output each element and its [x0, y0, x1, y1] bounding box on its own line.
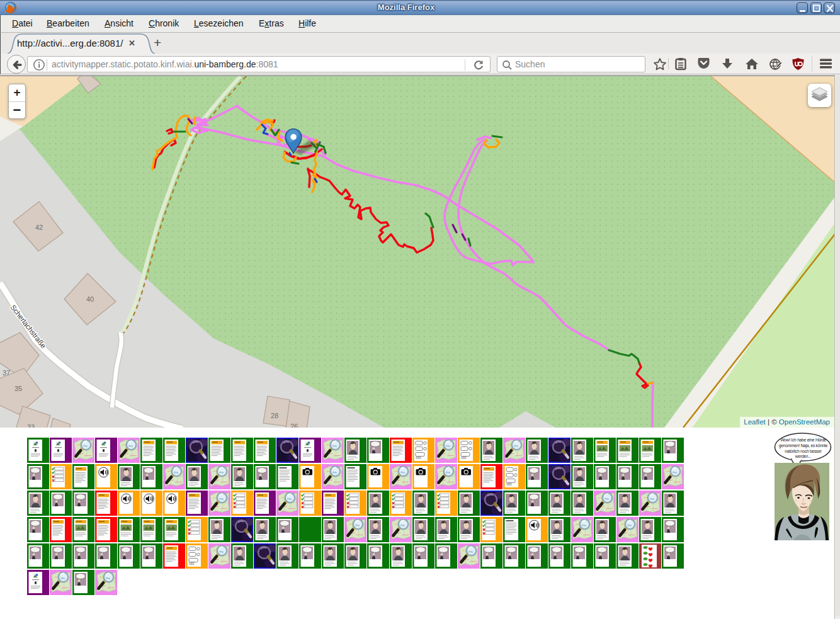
svg-text:40: 40 [86, 295, 94, 303]
svg-text:42: 42 [35, 224, 43, 231]
svg-text:35: 35 [14, 385, 22, 392]
svg-text:33: 33 [27, 423, 35, 428]
svg-text:26: 26 [290, 423, 298, 428]
svg-text:37: 37 [3, 369, 10, 377]
svg-text:28: 28 [271, 412, 278, 419]
